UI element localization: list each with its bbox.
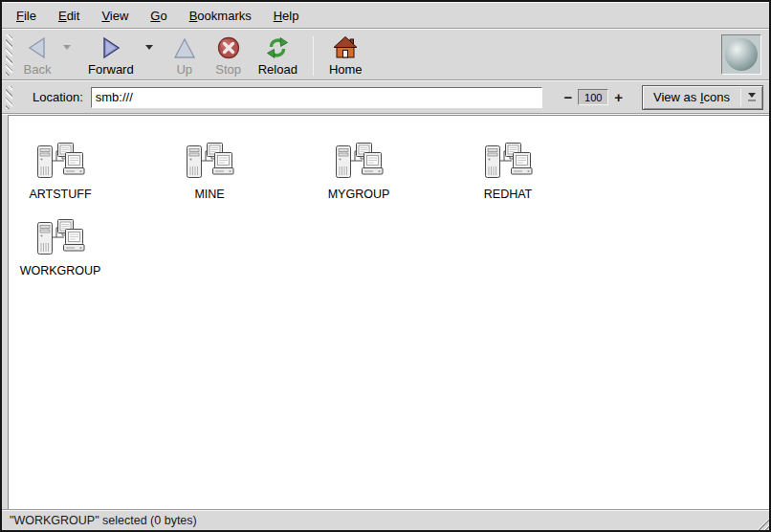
menu-go[interactable]: Go	[145, 6, 171, 26]
sidebar-splitter[interactable]	[2, 115, 9, 509]
network-group-item-workgroup[interactable]: WORKGROUP	[9, 215, 135, 292]
back-history-dropdown[interactable]	[59, 33, 75, 60]
zoom-in-button[interactable]: +	[608, 89, 628, 105]
zoom-out-button[interactable]: −	[558, 89, 578, 105]
stop-button[interactable]: Stop	[208, 33, 250, 78]
chevron-down-icon	[63, 45, 71, 50]
item-label: REDHAT	[484, 188, 532, 201]
chevron-down-icon	[145, 45, 153, 50]
network-group-item-artstuff[interactable]: ARTSTUFF	[9, 139, 135, 215]
status-text: "WORKGROUP" selected (0 bytes)	[10, 514, 197, 527]
reload-button[interactable]: Reload	[252, 33, 304, 78]
network-workgroup-icon	[185, 139, 234, 183]
item-label: MYGROUP	[328, 188, 390, 201]
up-button[interactable]: Up	[164, 33, 206, 78]
icon-grid: ARTSTUFF MINE MYGROUP REDHAT WORKGROUP	[9, 139, 598, 292]
menu-bookmarks[interactable]: Bookmarks	[185, 6, 256, 26]
menu-file[interactable]: File	[11, 6, 41, 26]
throbber-globe-icon	[721, 34, 761, 75]
up-label: Up	[176, 62, 192, 77]
back-label: Back	[24, 62, 52, 77]
view-as-dropdown[interactable]: View as Icons	[642, 85, 763, 110]
item-label: WORKGROUP	[20, 264, 101, 277]
view-as-label: View as Icons	[643, 86, 740, 109]
menubar: File Edit View Go Bookmarks Help	[2, 2, 769, 28]
network-workgroup-icon	[483, 139, 533, 183]
location-bar: Location: − 100 + View as Icons	[2, 81, 769, 113]
reload-label: Reload	[258, 62, 297, 77]
forward-history-dropdown[interactable]	[142, 33, 157, 60]
forward-button[interactable]: Forward	[81, 33, 141, 78]
home-icon	[331, 34, 360, 61]
toolbar: Back Forward Up Stop	[2, 30, 769, 79]
reload-icon	[263, 34, 292, 61]
toolbar-grip-handle[interactable]	[6, 34, 12, 76]
stop-label: Stop	[215, 62, 241, 77]
network-workgroup-icon	[334, 139, 384, 183]
status-bar: "WORKGROUP" selected (0 bytes)	[2, 509, 769, 530]
network-group-item-redhat[interactable]: REDHAT	[433, 139, 583, 215]
menu-edit[interactable]: Edit	[54, 6, 84, 26]
location-input[interactable]	[91, 87, 543, 108]
item-label: MINE	[194, 188, 224, 201]
dropdown-arrow-bar	[748, 100, 756, 101]
forward-arrow-icon	[97, 34, 125, 61]
location-label: Location:	[33, 90, 83, 104]
content-area: ARTSTUFF MINE MYGROUP REDHAT WORKGROUP	[2, 115, 769, 509]
back-arrow-icon	[23, 34, 52, 61]
stop-icon	[214, 34, 243, 61]
location-bar-grip-handle[interactable]	[6, 86, 12, 109]
up-arrow-icon	[170, 34, 199, 61]
icon-view-canvas[interactable]: ARTSTUFF MINE MYGROUP REDHAT WORKGROUP	[9, 115, 769, 509]
file-manager-window: File Edit View Go Bookmarks Help Back Fo…	[0, 0, 771, 532]
dropdown-arrow-button[interactable]	[741, 86, 762, 109]
home-label: Home	[329, 62, 363, 77]
item-label: ARTSTUFF	[29, 188, 91, 201]
globe-sphere	[725, 38, 758, 71]
menu-view[interactable]: View	[97, 6, 133, 26]
window-resize-grip[interactable]	[753, 514, 769, 530]
zoom-control: − 100 +	[558, 89, 628, 105]
home-button[interactable]: Home	[322, 33, 369, 78]
toolbar-separator	[313, 36, 314, 76]
back-button[interactable]: Back	[16, 33, 58, 78]
network-group-item-mygroup[interactable]: MYGROUP	[284, 139, 433, 215]
menu-help[interactable]: Help	[269, 6, 304, 26]
chevron-down-icon	[748, 93, 756, 98]
forward-label: Forward	[88, 62, 134, 77]
network-workgroup-icon	[35, 215, 85, 259]
zoom-level-indicator[interactable]: 100	[578, 89, 608, 105]
network-group-item-mine[interactable]: MINE	[135, 139, 284, 215]
network-workgroup-icon	[35, 139, 85, 183]
